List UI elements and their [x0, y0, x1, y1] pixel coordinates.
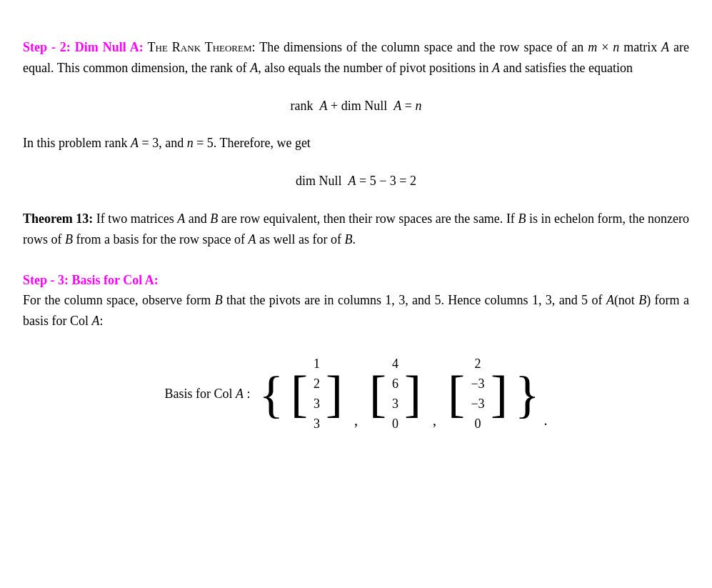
equation2: dim Null A = 5 − 3 = 2: [23, 171, 689, 191]
matrix2-row2: 6: [392, 374, 398, 394]
matrix2-row4: 0: [392, 414, 398, 434]
matrix3-row2: −3: [471, 374, 484, 394]
matrix1-row3: 3: [314, 394, 320, 414]
matrix1-row1: 1: [314, 354, 320, 374]
step2-header: Step - 2: Dim Null A:: [23, 40, 144, 54]
main-content: Step - 2: Dim Null A: The Rank Theorem: …: [23, 37, 689, 437]
matrix3-right-bracket: ]: [491, 372, 508, 416]
theorem13-content: If two matrices A and B are row equivale…: [23, 211, 689, 246]
matrix1-wrap: [ 1 2 3 3 ]: [291, 352, 343, 437]
step2-problem-text: In this problem rank A = 3, and n = 5. T…: [23, 133, 689, 154]
step3-text: For the column space, observe form B tha…: [23, 290, 689, 332]
theorem13-block: Theorem 13: If two matrices A and B are …: [23, 209, 689, 250]
matrix2-values: 4 6 3 0: [386, 352, 404, 437]
left-brace: {: [259, 369, 284, 420]
matrix1-row2: 2: [314, 374, 320, 394]
matrix3-row3: −3: [471, 394, 484, 414]
matrix1-right-bracket: ]: [326, 372, 343, 416]
matrix3-row4: 0: [474, 414, 481, 434]
step2-paragraph: Step - 2: Dim Null A: The Rank Theorem: …: [23, 37, 689, 79]
matrix2-wrap: [ 4 6 3 0 ]: [369, 352, 421, 437]
comma2: ,: [433, 409, 436, 437]
step3-header-line: Step - 3: Basis for Col A:: [23, 270, 689, 291]
comma1: ,: [354, 409, 358, 437]
basis-equation: Basis for Col A : { [ 1 2 3 3 ] ,: [23, 352, 689, 437]
matrix2-right-bracket: ]: [404, 372, 421, 416]
matrix1-row4: 3: [314, 414, 320, 434]
theorem-title-label: The Rank Theorem:: [148, 40, 256, 54]
matrix2-row1: 4: [392, 354, 398, 374]
matrix3-wrap: [ 2 −3 −3 0 ]: [448, 352, 508, 437]
right-brace: }: [515, 369, 540, 420]
matrix2-row3: 3: [392, 394, 398, 414]
eq1-content: rank A + dim Null A = n: [291, 99, 422, 113]
eq2-content: dim Null A = 5 − 3 = 2: [296, 174, 416, 188]
step3-section: Step - 3: Basis for Col A: For the colum…: [23, 270, 689, 437]
matrix3-values: 2 −3 −3 0: [465, 352, 491, 437]
brace-set: { [ 1 2 3 3 ] , [ 4: [256, 352, 548, 437]
equation1: rank A + dim Null A = n: [23, 96, 689, 116]
theorem13-text: Theorem 13: If two matrices A and B are …: [23, 209, 689, 250]
step3-header: Step - 3: Basis for Col A:: [23, 273, 159, 287]
matrix1-left-bracket: [: [291, 372, 308, 416]
step2-section: Step - 2: Dim Null A: The Rank Theorem: …: [23, 37, 689, 191]
theorem13-label: Theorem 13:: [23, 211, 93, 226]
matrix2-left-bracket: [: [369, 372, 386, 416]
matrix3-left-bracket: [: [448, 372, 465, 416]
basis-label: Basis for Col A :: [164, 384, 250, 404]
matrix3-row1: 2: [474, 354, 481, 374]
matrix1-values: 1 2 3 3: [308, 352, 326, 437]
closing-period: .: [544, 409, 548, 437]
